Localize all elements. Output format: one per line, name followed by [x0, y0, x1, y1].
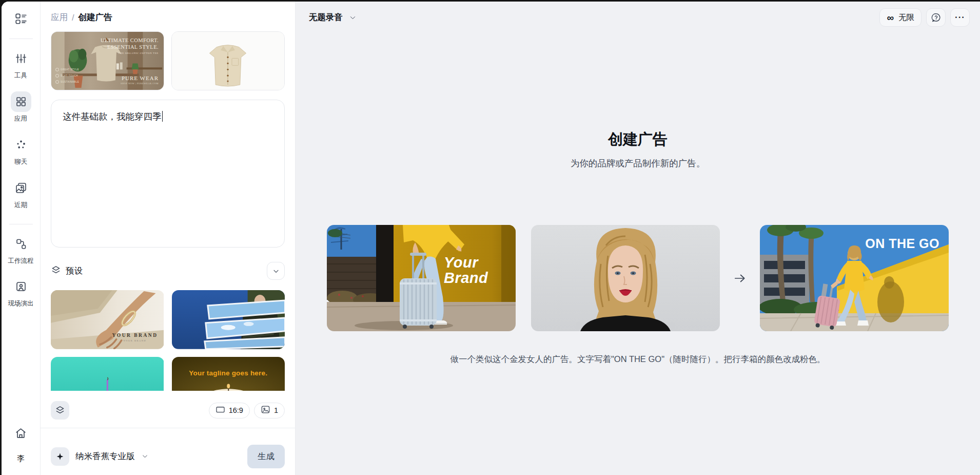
ad-feature-list: GREAT STYLE SOFT TOUCH SUSTAINABLE [55, 68, 79, 84]
aspect-ratio-selector[interactable]: 16:9 [209, 403, 250, 419]
output-settings: 16:9 1 [209, 403, 285, 419]
app-window: 工具 应用 聊天 近期 工作流程 [2, 2, 980, 475]
credits-button[interactable]: ∞ 无限 [879, 8, 922, 27]
app-logo-icon[interactable] [14, 12, 28, 27]
example-arrow-wrap [720, 272, 760, 285]
main-canvas: 无题录音 ∞ 无限 [296, 2, 980, 475]
aspect-ratio-icon [215, 405, 225, 416]
reference-image-shirt-product[interactable] [171, 31, 285, 90]
preset-thumbnail-candle[interactable]: Your tagline goes here. [172, 357, 285, 391]
composer-panel: 应用 / 创建广告 [41, 2, 296, 475]
your-brand-line1: Your [444, 255, 488, 270]
prompt-input[interactable]: 这件基础款，我能穿四季 [51, 100, 285, 248]
presets-header: 预设 [51, 262, 285, 280]
sidebar-item-tools[interactable]: 工具 [5, 48, 37, 80]
chevron-down-icon [349, 14, 357, 22]
document-title: 无题录音 [309, 12, 343, 23]
sidebar-item-label: 工具 [8, 71, 34, 80]
your-brand-line2: Brand [444, 270, 488, 286]
ad-feature: SUSTAINABLE [55, 80, 79, 84]
breadcrumb-current: 创建广告 [79, 12, 112, 23]
prompt-text: 这件基础款，我能穿四季 [63, 111, 162, 122]
sidebar-divider [9, 39, 33, 39]
page-subtitle: 为你的品牌或产品制作新的广告。 [296, 157, 980, 169]
sidebar-item-label: 聊天 [8, 158, 34, 166]
sidebar-item-workflow[interactable]: 工作流程 [5, 234, 37, 265]
teal-cup-scene: YOUR BRAND [51, 357, 164, 391]
reference-images: ULTIMATE COMFORT. ESSENTIAL STYLE. THE O… [51, 31, 285, 90]
arrow-right-icon [733, 272, 747, 285]
sliders-icon [11, 48, 31, 69]
example-row: Your Brand [296, 225, 980, 331]
on-the-go-overlay: ON THE GO [865, 236, 939, 251]
collage-scene [172, 290, 285, 349]
example-image-your-brand: Your Brand [327, 225, 516, 331]
composer-toolbar: 16:9 1 [51, 401, 285, 420]
preset-grid: YOUR BRAND YOUR BRAND [51, 290, 285, 391]
model-name: 纳米香蕉专业版 [75, 451, 135, 462]
header-actions: ∞ 无限 ··· [879, 8, 970, 27]
sidebar-item-label: 现场演出 [8, 299, 34, 308]
sidebar: 工具 应用 聊天 近期 工作流程 [2, 2, 41, 475]
example-image-portrait [531, 225, 720, 331]
preset4-tagline: Your tagline goes here. [172, 369, 285, 377]
text-cursor [162, 111, 163, 122]
sidebar-item-chat[interactable]: 聊天 [5, 135, 37, 166]
preset1-sub: YOUR BRAND [112, 339, 158, 342]
sidebar-item-live[interactable]: 现场演出 [5, 276, 37, 308]
model-selector[interactable]: 纳米香蕉专业版 [51, 447, 149, 466]
ad-headline-1: ULTIMATE COMFORT. [101, 37, 159, 44]
credits-label: 无限 [898, 12, 914, 23]
image-count-selector[interactable]: 1 [254, 403, 285, 419]
document-title-dropdown[interactable]: 无题录音 [309, 12, 357, 23]
ad-brand-block: PURE WEAR SHOP NOW | PUREWEAR.COM [121, 75, 159, 85]
preset-thumbnail-bracelet[interactable]: YOUR BRAND YOUR BRAND [51, 290, 164, 349]
help-icon [931, 12, 942, 23]
infinity-icon: ∞ [887, 13, 894, 23]
sidebar-item-recent[interactable]: 近期 [5, 178, 37, 210]
ad-brand-cta: SHOP NOW | PUREWEAR.COM [121, 82, 159, 85]
sparkle-icon [51, 447, 69, 466]
breadcrumb-separator: / [72, 13, 74, 23]
example-caption: 做一个类似这个金发女人的广告。文字写着"ON THE GO"（随时随行）。把行李… [296, 354, 980, 365]
breadcrumb-parent[interactable]: 应用 [51, 12, 68, 23]
image-count-value: 1 [274, 406, 278, 414]
help-button[interactable] [926, 8, 946, 27]
reference-image-tshirt-ad[interactable]: ULTIMATE COMFORT. ESSENTIAL STYLE. THE O… [51, 31, 164, 90]
main-header: 无题录音 ∞ 无限 [296, 2, 980, 27]
sidebar-divider [9, 224, 33, 224]
breadcrumb: 应用 / 创建广告 [51, 12, 285, 23]
layers-toggle-button[interactable] [51, 401, 69, 420]
presets-title-group: 预设 [51, 265, 83, 277]
live-person-icon [11, 276, 31, 297]
sidebar-item-apps[interactable]: 应用 [5, 91, 37, 123]
ad-brand-name: PURE WEAR [121, 75, 159, 81]
example-image-on-the-go: ON THE GO [760, 225, 949, 331]
layers-icon [51, 265, 61, 277]
grid-icon [11, 91, 31, 112]
generate-button[interactable]: 生成 [247, 445, 285, 468]
chevron-down-icon [141, 452, 149, 460]
preset-thumbnail-collage[interactable] [172, 290, 285, 349]
workflow-icon [11, 234, 31, 254]
presets-expand-button[interactable] [267, 262, 285, 280]
portrait-scene [531, 225, 720, 331]
preset-thumbnail-teal-cup[interactable]: YOUR BRAND [51, 357, 164, 391]
more-button[interactable]: ··· [950, 8, 970, 27]
ad-headline-2: ESSENTIAL STYLE. [101, 44, 159, 50]
ad-subline: THE ORGANIC COTTON TEE [101, 52, 159, 54]
chat-dots-icon [11, 135, 31, 155]
recent-images-icon [11, 178, 31, 198]
home-icon[interactable] [14, 427, 27, 442]
avatar[interactable]: 李 [17, 454, 25, 464]
sidebar-item-label: 近期 [8, 201, 34, 210]
image-count-icon [261, 405, 270, 416]
ad-feature: GREAT STYLE [55, 68, 79, 71]
ad-headline-block: ULTIMATE COMFORT. ESSENTIAL STYLE. THE O… [101, 37, 159, 54]
sidebar-item-label: 工作流程 [8, 257, 34, 265]
ad-feature: SOFT TOUCH [55, 74, 79, 78]
presets-title: 预设 [66, 265, 83, 277]
sidebar-item-label: 应用 [8, 115, 34, 123]
preset1-brand-block: YOUR BRAND YOUR BRAND [112, 333, 158, 342]
your-brand-overlay: Your Brand [444, 255, 488, 286]
